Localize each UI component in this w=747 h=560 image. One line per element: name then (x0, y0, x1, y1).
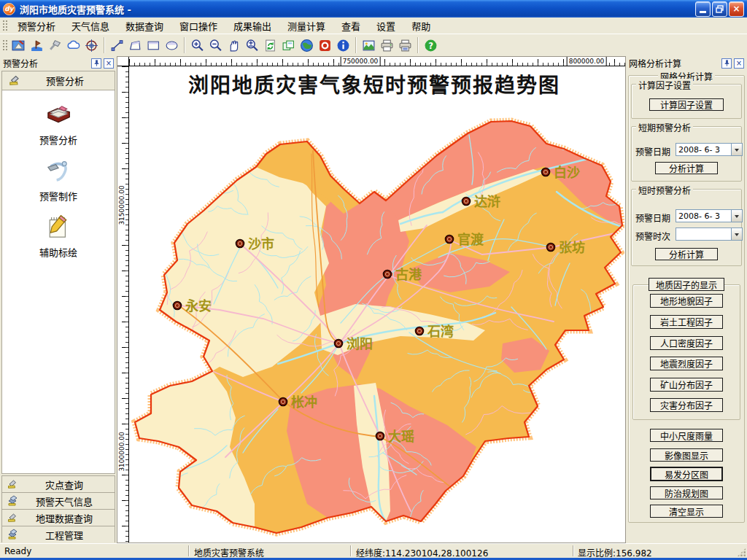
sidebar-group-bar[interactable]: 灾点查询 (1, 475, 115, 492)
close-button[interactable]: × (729, 1, 744, 17)
menu-item[interactable]: 预警分析 (9, 17, 63, 35)
zoom-in-icon[interactable] (188, 36, 206, 55)
hammer-tool-icon[interactable] (46, 36, 64, 55)
short-time-label: 短时预警分析 (636, 184, 693, 196)
print-icon[interactable] (378, 36, 396, 55)
city-label: 浏阳 (347, 336, 373, 351)
city-label: 达浒 (474, 194, 500, 209)
stop-icon[interactable] (316, 36, 334, 55)
svg-text:?: ? (428, 40, 433, 50)
toolbox-section-title: 预警分析 (21, 74, 109, 88)
polygon-tool-icon[interactable] (126, 36, 144, 55)
stream-line (501, 450, 539, 492)
close-panel-button[interactable]: × (734, 58, 744, 69)
display-button[interactable]: 清空显示 (650, 505, 723, 518)
toolbar: ? (0, 34, 747, 56)
refresh-page-icon[interactable] (261, 36, 279, 55)
city-label: 枨冲 (291, 394, 317, 410)
rectangle-tool-icon[interactable] (144, 36, 163, 55)
stream-line (335, 163, 377, 183)
flag-water-tool-icon[interactable] (28, 36, 46, 55)
left-toolbox: 预警分析 预警分析预警制作辅助标绘 (1, 71, 115, 474)
toolbox-item[interactable]: 预警制作 (2, 156, 115, 203)
copy-layers-icon[interactable] (279, 36, 298, 55)
toolbar-grip[interactable] (2, 39, 7, 51)
seal-icon (7, 478, 18, 491)
toolbox-item[interactable]: 辅助标绘 (2, 212, 115, 259)
minimize-button[interactable] (695, 1, 711, 17)
display-button[interactable]: 中小尺度雨量 (650, 429, 723, 442)
satellite-map-tool-icon[interactable] (9, 36, 28, 55)
factor-setting-button[interactable]: 计算因子设置 (649, 98, 724, 111)
toolbox-section-bar[interactable]: 预警分析 (2, 71, 115, 90)
ruler-corner (117, 57, 129, 66)
cloud-tool-icon[interactable] (64, 36, 82, 55)
menu-item[interactable]: 测量计算 (279, 17, 333, 35)
menu-item[interactable]: 成果输出 (225, 17, 279, 35)
ellipse-tool-icon[interactable] (163, 36, 181, 55)
date-label: 预警日期 (635, 145, 670, 158)
ruler-coordinate-label: 3150000.00 (118, 184, 125, 226)
menu-item[interactable]: 天气信息 (63, 17, 117, 35)
city-label: 永安 (185, 298, 212, 314)
menu-item[interactable]: 设置 (368, 17, 403, 35)
display-button[interactable]: 防治规划图 (650, 486, 723, 499)
factor-button[interactable]: 灾害分布因子 (650, 398, 723, 412)
factor-button[interactable]: 地震烈度因子 (650, 357, 723, 370)
chevron-down-icon[interactable] (731, 210, 742, 222)
maker-icon (44, 156, 73, 187)
image-export-icon[interactable] (360, 36, 378, 55)
zoom-extent-icon[interactable] (243, 36, 261, 55)
menu-item[interactable]: 窗口操作 (171, 17, 225, 35)
pan-hand-icon[interactable] (225, 36, 243, 55)
short-time-analyze-button[interactable]: 分析计算 (655, 248, 718, 260)
stream-line (570, 467, 605, 494)
status-bar: Ready 地质灾害预警系统 经纬度:114.230104,28.100126 … (0, 543, 747, 558)
menu-item[interactable]: 查看 (333, 17, 368, 35)
short-time-hour-combo[interactable] (676, 228, 743, 241)
pin-icon (93, 59, 101, 67)
chevron-down-icon[interactable] (731, 144, 742, 155)
globe-icon[interactable] (298, 36, 316, 55)
display-button[interactable]: 影像图显示 (650, 448, 723, 462)
map-canvas[interactable]: 浏阳地质灾害气象短时预警预报趋势图 白沙达浒官渡张坊沙市古港永安石湾浏阳枨冲大瑶 (129, 66, 624, 544)
menu-item[interactable]: 帮助 (403, 17, 438, 35)
sidebar-group-bar[interactable]: 地理数据查询 (1, 509, 115, 526)
window-title: 浏阳市地质灾害预警系统 - (20, 2, 131, 16)
sidebar-group-bar[interactable]: 预警天气信息 (1, 492, 115, 509)
short-term-date-combo[interactable]: 2008- 6- 3 (676, 143, 743, 156)
sidebar-group-bar[interactable]: 工程管理 (1, 526, 115, 542)
stream-line (190, 156, 209, 195)
display-button[interactable]: 易发分区图 (650, 467, 723, 481)
target-tool-icon[interactable] (82, 36, 101, 55)
close-panel-button[interactable]: × (104, 58, 114, 69)
city-label: 白沙 (554, 165, 580, 180)
layers-icon (7, 494, 18, 508)
menu-grip[interactable] (2, 20, 7, 31)
city-label: 张坊 (559, 240, 585, 255)
factor-button[interactable]: 岩土工程因子 (650, 315, 723, 329)
pin-button[interactable] (721, 58, 732, 69)
menu-item[interactable]: 数据查询 (117, 17, 171, 35)
chevron-down-icon[interactable] (731, 228, 742, 240)
toolbox-item[interactable]: 预警分析 (2, 100, 115, 147)
factor-button[interactable]: 地形地貌因子 (650, 294, 723, 308)
resize-grip[interactable] (737, 548, 746, 557)
zoom-out-icon[interactable] (206, 36, 225, 55)
ruler-coordinate-label: 750000.00 (341, 57, 381, 66)
info-icon[interactable] (334, 36, 352, 55)
short-term-date-value: 2008- 6- 3 (678, 145, 731, 155)
short-time-date-combo[interactable]: 2008- 6- 3 (676, 209, 743, 222)
help-icon[interactable]: ? (422, 36, 440, 55)
short-term-analyze-button[interactable]: 分析计算 (655, 162, 718, 174)
pin-button[interactable] (91, 58, 101, 69)
line-tool-icon[interactable] (108, 36, 126, 55)
factor-button[interactable]: 矿山分布因子 (650, 378, 723, 392)
restore-button[interactable] (712, 1, 727, 17)
factor-display-header-button[interactable]: 地质因子的显示 (649, 278, 724, 291)
toolbar-separator (184, 37, 185, 53)
restore-icon (715, 4, 724, 14)
factor-button[interactable]: 人口密度因子 (650, 336, 723, 350)
print-setup-icon[interactable] (396, 36, 414, 55)
pin-icon (723, 59, 731, 67)
